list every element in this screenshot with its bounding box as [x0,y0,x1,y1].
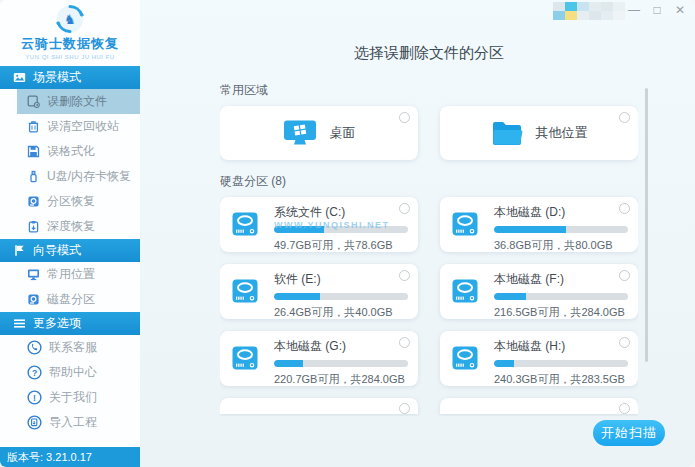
usage-bar [274,293,408,300]
help-icon: ? [27,365,42,380]
partition-size: 49.7GB可用，共78.6GB [274,238,408,253]
section-header-label: 更多选项 [33,315,81,332]
sidebar-item-label: 分区恢复 [47,193,95,210]
partition-grid: 系统文件 (C:) 49.7GB可用，共78.6GB WWW.YUNQISHI.… [220,197,638,386]
partition-name: 本地磁盘 (D:) [494,204,628,221]
sidebar-item-emptied-recycle-bin[interactable]: 误清空回收站 [0,114,140,139]
maximize-button[interactable]: □ [650,3,664,17]
sidebar-item-deleted-files[interactable]: 误删除文件 [17,89,140,114]
folder-icon [491,121,523,146]
menu-icon [13,317,26,330]
sidebar-item-label: 联系客服 [49,339,97,356]
section-header-more-options: 更多选项 [0,312,140,335]
sidebar-item-label: 关于我们 [49,389,97,406]
page-title: 选择误删除文件的分区 [220,44,638,63]
sidebar-item-usb-sdcard-recovery[interactable]: U盘/内存卡恢复 [0,164,140,189]
flag-icon [13,244,26,257]
partition-name: 软件 (E:) [274,271,408,288]
app-window: ♞ 云骑士数据恢复 YUN QI SHI SHU JU HUI FU 场景模式 … [0,0,695,467]
other-location-label: 其他位置 [536,124,588,142]
desktop-icon [283,120,317,147]
usage-bar-fill [494,360,514,367]
sidebar-item-disk-partitions[interactable]: 磁盘分区 [0,287,140,312]
close-button[interactable]: ✕ [673,3,687,17]
sidebar-item-contact-support[interactable]: 联系客服 [0,335,140,360]
sidebar-item-help-center[interactable]: ? 帮助中心 [0,360,140,385]
partition-name: 系统文件 (C:) [274,204,408,221]
window-controls: — □ ✕ [627,3,687,17]
svg-text:♞: ♞ [64,12,76,27]
section-header-label: 场景模式 [33,69,81,86]
import-project-icon [27,415,42,430]
svg-text:!: ! [33,393,36,403]
usage-bar [494,226,628,233]
partition-card-h[interactable]: 本地磁盘 (H:) 240.3GB可用，共283.5GB [440,331,638,386]
sidebar-item-formatted[interactable]: 误格式化 [0,139,140,164]
section-header-wizard-mode: 向导模式 [0,239,140,262]
sidebar: ♞ 云骑士数据恢复 YUN QI SHI SHU JU HUI FU 场景模式 … [0,0,140,467]
desktop-card[interactable]: 桌面 [220,106,418,160]
recycle-bin-icon [27,120,40,133]
usb-drive-icon [27,170,40,183]
partition-size: 220.7GB可用，共284.0GB [274,372,408,387]
common-area-label: 常用区域 [220,82,638,99]
hard-drive-icon [452,279,478,303]
partition-card-f[interactable]: 本地磁盘 (F:) 216.5GB可用，共284.0GB [440,264,638,319]
hdd-partitions-label: 硬盘分区 (8) [220,173,638,190]
version-bar: 版本号: 3.21.0.17 [0,447,140,467]
sidebar-item-about-us[interactable]: ! 关于我们 [0,385,140,410]
site-watermark: WWW.YUNQISHI.NET [274,220,390,230]
partition-card-clipped[interactable] [220,398,418,414]
partition-card-e[interactable]: 软件 (E:) 26.4GB可用，共40.0GB [220,264,418,319]
sidebar-item-common-locations[interactable]: 常用位置 [0,262,140,287]
usage-bar-fill [274,360,303,367]
file-restore-icon [27,95,40,108]
partition-size: 216.5GB可用，共284.0GB [494,305,628,320]
app-name-pinyin: YUN QI SHI SHU JU HUI FU [0,54,140,60]
svg-text:?: ? [32,368,37,378]
usage-bar-fill [274,293,320,300]
censored-account-info [553,2,625,20]
partition-card-g[interactable]: 本地磁盘 (G:) 220.7GB可用，共284.0GB [220,331,418,386]
partition-size: 26.4GB可用，共40.0GB [274,305,408,320]
scrollbar-thumb[interactable] [645,88,648,362]
monitor-icon [27,268,40,281]
sidebar-item-label: 误删除文件 [47,93,107,110]
main-panel: — □ ✕ 选择误删除文件的分区 常用区域 桌面 其他位置 硬盘分区 (8) [140,0,695,467]
about-icon: ! [27,390,42,405]
clipped-partition-row [220,398,638,414]
usage-bar-fill [494,226,566,233]
other-location-radio[interactable] [619,112,630,123]
clipboard-icon [27,220,40,233]
usage-bar [494,360,628,367]
hard-drive-icon [232,346,258,370]
partition-radio[interactable] [399,403,410,414]
start-scan-button[interactable]: 开始扫描 [593,420,665,446]
partition-radio[interactable] [619,403,630,414]
desktop-radio[interactable] [399,112,410,123]
scene-mode-icon [13,71,26,84]
partition-size: 36.8GB可用，共80.0GB [494,238,628,253]
partition-card-c[interactable]: 系统文件 (C:) 49.7GB可用，共78.6GB WWW.YUNQISHI.… [220,197,418,252]
sidebar-item-label: 误清空回收站 [47,118,119,135]
sidebar-item-label: 误格式化 [47,143,95,160]
sidebar-item-partition-recovery[interactable]: 分区恢复 [0,189,140,214]
sidebar-item-label: U盘/内存卡恢复 [47,168,131,185]
sidebar-item-deep-recovery[interactable]: 深度恢复 [0,214,140,239]
minimize-button[interactable]: — [627,3,641,17]
other-location-card[interactable]: 其他位置 [440,106,638,160]
partition-selection-area: 常用区域 桌面 其他位置 硬盘分区 (8) [220,82,638,416]
partition-card-d[interactable]: 本地磁盘 (D:) 36.8GB可用，共80.0GB [440,197,638,252]
usage-bar [274,360,408,367]
phone-icon [27,340,42,355]
partition-card-clipped[interactable] [440,398,638,414]
hdd-recovery-icon [27,195,40,208]
sidebar-item-label: 帮助中心 [49,364,97,381]
hard-drive-icon [232,212,258,236]
app-name: 云骑士数据恢复 [0,35,140,53]
sidebar-item-label: 磁盘分区 [47,291,95,308]
sidebar-item-import-project[interactable]: 导入工程 [0,410,140,435]
partition-size: 240.3GB可用，共283.5GB [494,372,628,387]
app-logo: ♞ 云骑士数据恢复 YUN QI SHI SHU JU HUI FU [0,0,140,66]
sidebar-item-label: 常用位置 [47,266,95,283]
